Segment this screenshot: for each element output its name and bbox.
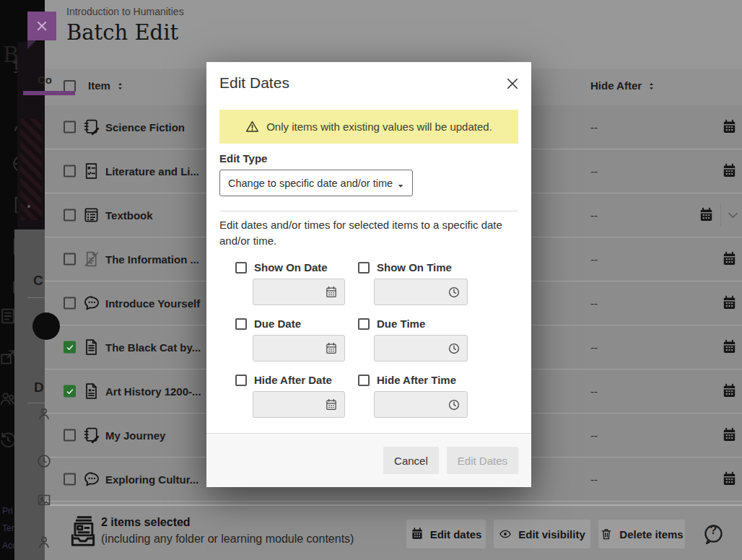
row-label[interactable]: Textbook — [105, 209, 153, 222]
hide-after-value: -- — [590, 209, 598, 222]
row-label[interactable]: Exploring Cultur... — [105, 473, 198, 486]
calendar-icon[interactable] — [722, 120, 737, 135]
chevron-down-icon[interactable] — [726, 209, 740, 222]
column-hide-after[interactable]: Hide After — [590, 79, 656, 92]
row-label[interactable]: Science Fiction — [105, 121, 185, 134]
person-icon — [36, 534, 52, 550]
field-due-time: Due Time — [358, 318, 425, 330]
edit-dates-submit-button[interactable]: Edit Dates — [447, 447, 518, 474]
course-banner-image — [17, 42, 45, 229]
avatar — [32, 312, 60, 340]
hide-after-date-input[interactable] — [253, 391, 345, 418]
journal-icon — [82, 118, 100, 136]
row-checkbox[interactable] — [64, 253, 76, 266]
row-checkbox[interactable] — [64, 297, 76, 310]
calendar-solid-icon — [411, 528, 424, 541]
journal-icon — [82, 426, 100, 445]
show-on-time-checkbox[interactable] — [358, 262, 370, 274]
active-tab-underline — [23, 91, 75, 95]
row-checkbox[interactable] — [64, 385, 76, 398]
modal-title: Edit Dates — [219, 74, 289, 92]
row-checkbox[interactable] — [64, 165, 76, 178]
calendar-icon — [325, 398, 338, 411]
hide-after-date-checkbox[interactable] — [235, 375, 247, 386]
column-item[interactable]: Item — [88, 79, 125, 92]
edit-type-dropdown[interactable]: Change to specific date and/or time — [219, 170, 413, 196]
due-time-input[interactable] — [374, 335, 468, 362]
row-label[interactable]: Introduce Yourself — [105, 297, 200, 310]
calendar-icon — [325, 286, 338, 299]
row-checkbox[interactable] — [64, 209, 76, 222]
hide-after-time-checkbox[interactable] — [358, 375, 370, 386]
breadcrumb: Introduction to Humanities — [66, 6, 184, 17]
show-on-time-input[interactable] — [374, 279, 468, 305]
cancel-button[interactable]: Cancel — [383, 447, 439, 474]
peek-close-button[interactable] — [27, 12, 56, 40]
row-checkbox[interactable] — [64, 121, 76, 134]
divider — [720, 204, 721, 227]
calendar-icon[interactable] — [722, 428, 737, 443]
row-label[interactable]: My Journey — [105, 429, 165, 442]
warning-banner: Only items with existing values will be … — [219, 110, 518, 144]
hide-after-value: -- — [590, 385, 598, 398]
row-checkbox[interactable] — [64, 429, 76, 442]
edit-dates-button[interactable]: Edit dates — [406, 520, 486, 548]
course-faculty-fragment: C — [33, 273, 43, 289]
selection-action-bar: 2 items selected (including any folder o… — [45, 504, 742, 560]
calendar-icon[interactable] — [722, 296, 737, 311]
row-label[interactable]: Literature and Li... — [105, 165, 199, 178]
help-bubble-icon — [702, 535, 725, 548]
trash-icon — [600, 528, 613, 541]
show-on-date-input[interactable] — [253, 279, 345, 305]
hide-after-value: -- — [590, 473, 598, 486]
due-time-checkbox[interactable] — [358, 318, 370, 330]
content-heading-fragment: Co — [38, 74, 52, 86]
delete-items-button[interactable]: Delete items — [598, 520, 685, 548]
due-date-input[interactable] — [253, 335, 345, 362]
field-show-on-time: Show On Time — [358, 261, 452, 274]
row-checkbox[interactable] — [64, 473, 76, 486]
calendar-icon[interactable] — [722, 340, 737, 355]
calendar-icon[interactable] — [722, 472, 737, 487]
field-due-date: Due Date — [235, 318, 301, 330]
details-heading-fragment: D — [34, 380, 44, 395]
footer-link[interactable]: Ter — [2, 523, 14, 533]
help-button[interactable]: ? — [702, 523, 725, 546]
hide-after-value: -- — [590, 341, 598, 354]
sort-icon[interactable] — [647, 81, 656, 90]
discussion-icon — [82, 294, 100, 312]
row-checkbox[interactable] — [64, 341, 76, 354]
calendar-icon[interactable] — [722, 252, 737, 267]
clock-icon — [448, 342, 461, 355]
row-label[interactable]: The Information ... — [105, 253, 199, 266]
show-on-date-checkbox[interactable] — [235, 262, 247, 274]
close-icon — [35, 19, 48, 32]
calendar-icon — [325, 342, 338, 355]
doc-image-icon — [82, 382, 100, 401]
close-icon[interactable] — [505, 76, 520, 91]
edit-type-label: Edit Type — [219, 152, 267, 165]
row-label[interactable]: The Black Cat by... — [105, 341, 201, 354]
edit-visibility-button[interactable]: Edit visibility — [494, 520, 590, 548]
row-label[interactable]: Art History 1200-... — [105, 385, 201, 398]
calendar-icon[interactable] — [699, 208, 714, 223]
discussion-icon — [82, 471, 100, 489]
sort-icon[interactable] — [115, 81, 125, 90]
warning-icon — [245, 120, 259, 134]
hide-after-time-input[interactable] — [374, 391, 468, 418]
calendar-icon[interactable] — [722, 164, 737, 179]
clock-icon — [448, 286, 461, 299]
test-icon — [82, 162, 100, 180]
clock-icon — [36, 453, 52, 469]
edit-dates-modal: Edit Dates Only items with existing valu… — [206, 62, 531, 487]
hide-after-value: -- — [590, 165, 598, 178]
selected-count: 2 items selected — [101, 516, 191, 529]
selected-subtitle: (including any folder or learning module… — [101, 533, 354, 546]
hide-after-value: -- — [590, 429, 598, 442]
due-date-checkbox[interactable] — [235, 318, 247, 330]
calendar-icon[interactable] — [722, 384, 737, 399]
footer-link[interactable]: Pri — [2, 506, 13, 516]
screen: B PriTerAcc Introduction to Humanities B… — [0, 0, 742, 560]
panel-header: Introduction to Humanities Batch Edit — [45, 0, 742, 69]
eye-icon — [499, 528, 512, 541]
